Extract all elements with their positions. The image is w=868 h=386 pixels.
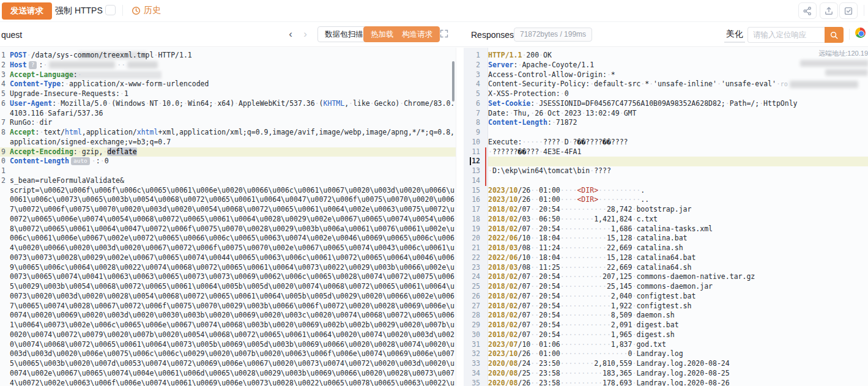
code-line: 8Accept:·text/html,application/xhtml+xml… bbox=[0, 128, 456, 138]
code-line: 6User-Agent:·Mozilla/5.0·(Windows·NT·10.… bbox=[0, 99, 456, 109]
request-panel-title: quest bbox=[1, 30, 22, 40]
code-line: application/signed-exchange;v=b3;q=0.7 bbox=[0, 138, 456, 147]
response-search-button[interactable] bbox=[825, 27, 844, 43]
response-editor[interactable]: 远端地址:120.19 总耗时 1HTTP/1.1·200·OK2Server:… bbox=[464, 48, 868, 386]
construct-request-button[interactable]: 构造请求 bbox=[395, 26, 440, 42]
code-line: 212018/03/08··11:24···········22,669·cat… bbox=[464, 243, 868, 253]
code-line: 272018/02/07··20:54············1,922·con… bbox=[464, 302, 868, 311]
code-line: 182018/02/03··06:50········1,421,824·c.t… bbox=[464, 215, 868, 225]
send-request-button[interactable]: 发送请求 bbox=[2, 2, 52, 20]
toolbar-divider-right bbox=[864, 5, 864, 16]
change-marker bbox=[485, 157, 486, 166]
code-line: 292018/02/07··20:54············2,091·dig… bbox=[464, 321, 868, 330]
code-line: 5Upgrade-Insecure-Requests:·1 bbox=[0, 89, 456, 99]
panel-header-row: quest ‹ › 数据包扫描 热加载 构造请求 Responses 71872… bbox=[0, 22, 868, 47]
code-line: 4103.116·Safari/537.36 bbox=[0, 109, 456, 119]
code-line: 1POST·/data/sys-common/treexml.tmpl·HTTP… bbox=[0, 51, 456, 61]
toolbar-divider bbox=[122, 5, 123, 16]
history-label: 历史 bbox=[144, 5, 161, 16]
code-line: 10Execute:·····????·D·?��????��???? bbox=[464, 138, 868, 147]
code-line: 8Content-Length:·71872 bbox=[464, 118, 868, 128]
magnifier-icon bbox=[829, 31, 839, 40]
code-line: 7Date:·Thu,·26·Oct·2023·13:02:49·GMT bbox=[464, 109, 868, 119]
export-button[interactable] bbox=[820, 2, 838, 19]
expand-icon bbox=[439, 29, 449, 39]
code-line: 2Host?:··· bbox=[0, 61, 456, 70]
share-button[interactable] bbox=[798, 2, 817, 19]
code-line: 242018/02/07··20:54··········207,125·com… bbox=[464, 272, 868, 282]
clock-icon bbox=[132, 6, 141, 15]
change-marker bbox=[485, 147, 486, 157]
code-line: 1HTTP/1.1·200·OK bbox=[464, 51, 868, 61]
redacted-patch bbox=[790, 81, 858, 88]
code-line: 252018/02/07··20:54···········25,145·com… bbox=[464, 282, 868, 292]
code-line: 4Content-Security-Policy:·default-src·*·… bbox=[464, 80, 868, 89]
history-button[interactable]: 历史 bbox=[132, 5, 161, 16]
code-line: 2s_bean=ruleFormulaValidate& bbox=[0, 176, 456, 186]
mark-button[interactable] bbox=[839, 2, 858, 19]
request-body-payload: script=\u0062\u006f\u006f\u006c\u0065\u0… bbox=[10, 186, 454, 386]
force-https-label: 强制 HTTPS bbox=[55, 6, 103, 17]
code-line: 152023/10/26··01:00····<DIR>··········. bbox=[464, 186, 868, 196]
code-line: 13·D:\ekp\win64\tomcat\bin·???? bbox=[464, 166, 868, 176]
app-window: 发送请求 强制 HTTPS 历史 bbox=[0, 0, 868, 386]
code-line: 262018/02/07··20:54············2,040·con… bbox=[464, 292, 868, 302]
inline-badge: auto bbox=[71, 157, 90, 165]
code-line: 332020/08/24··23:50········2,810,559·Lan… bbox=[464, 359, 868, 369]
code-line: 9Accept-Encoding:·gzip,·deflate bbox=[0, 147, 456, 157]
chevron-right-icon[interactable]: › bbox=[301, 27, 310, 42]
chrome-browser-icon[interactable] bbox=[855, 28, 866, 38]
code-line: 232018/03/08··11:25···········22,669·cat… bbox=[464, 263, 868, 273]
response-panel-title: Responses bbox=[471, 30, 514, 40]
code-line: 7RunGo:·dir bbox=[0, 118, 456, 128]
code-line: 282018/02/07··20:54············8,509·dae… bbox=[464, 311, 868, 321]
code-line: 172018/02/07··20:54···········28,742·boo… bbox=[464, 205, 868, 215]
code-line: 312023/07/10··01:06············1,837·god… bbox=[464, 340, 868, 350]
code-line: 202022/06/10··18:04···········15,128·cat… bbox=[464, 234, 868, 243]
code-line: 4Content-Type:·application/x-www-form-ur… bbox=[0, 80, 456, 89]
change-marker bbox=[485, 176, 486, 186]
request-scrollbar-thumb[interactable] bbox=[452, 61, 454, 102]
code-line: 14 bbox=[464, 176, 868, 186]
code-line: 12 bbox=[464, 157, 868, 166]
change-marker bbox=[485, 166, 486, 176]
code-line: 3Accept-Language:· bbox=[0, 70, 456, 80]
force-https-checkbox[interactable] bbox=[105, 5, 116, 15]
beautify-button[interactable]: 美化 bbox=[724, 29, 745, 43]
response-stats-badge: 71872bytes / 199ms bbox=[514, 28, 592, 42]
inline-badge: ? bbox=[29, 61, 37, 69]
code-line: 222022/06/10··18:04···········15,128·cat… bbox=[464, 253, 868, 263]
main-toolbar: 发送请求 强制 HTTPS 历史 bbox=[0, 0, 868, 22]
code-line: 5X-XSS-Protection:·0 bbox=[464, 89, 868, 99]
header-divider bbox=[849, 29, 850, 40]
code-line: 322023/10/26··01:00················0·Lan… bbox=[464, 349, 868, 359]
code-line: 342020/08/25··23:58··········183,365·Lan… bbox=[464, 369, 868, 379]
code-line: 302018/02/07··20:54············1,965·dig… bbox=[464, 330, 868, 340]
chevron-left-icon[interactable]: ‹ bbox=[286, 27, 295, 42]
upload-icon bbox=[824, 6, 834, 16]
packet-scan-button[interactable]: 数据包扫描 bbox=[317, 26, 371, 42]
request-editor[interactable]: 1POST·/data/sys-common/treexml.tmpl·HTTP… bbox=[0, 48, 456, 386]
expand-button[interactable] bbox=[439, 29, 449, 41]
code-line: 3Access-Control-Allow-Origin:·* bbox=[464, 70, 868, 80]
share-nodes-icon bbox=[803, 6, 812, 16]
code-line: 0Content-Lengthauto·:·0 bbox=[0, 157, 456, 166]
code-line: 352020/08/26··23:58··········178,693·Lan… bbox=[464, 379, 868, 386]
square-check-icon bbox=[844, 6, 853, 16]
redacted-patch bbox=[49, 61, 115, 69]
code-line: 9 bbox=[464, 128, 868, 138]
code-line: 162023/10/26··01:00····<DIR>··········.. bbox=[464, 195, 868, 205]
code-line: 11·??????��???·4E3E-4FA1 bbox=[464, 147, 868, 157]
code-line: 6Set-Cookie:·JSESSIONID=DF04567C47756A10… bbox=[464, 99, 868, 109]
redacted-patch bbox=[127, 61, 158, 69]
code-line: 1 bbox=[0, 166, 456, 176]
response-search-input[interactable] bbox=[747, 27, 825, 43]
code-line: 192018/02/07··20:54············1,686·cat… bbox=[464, 225, 868, 234]
code-line: 2Server:·Apache-Coyote/1.1 bbox=[464, 61, 868, 70]
